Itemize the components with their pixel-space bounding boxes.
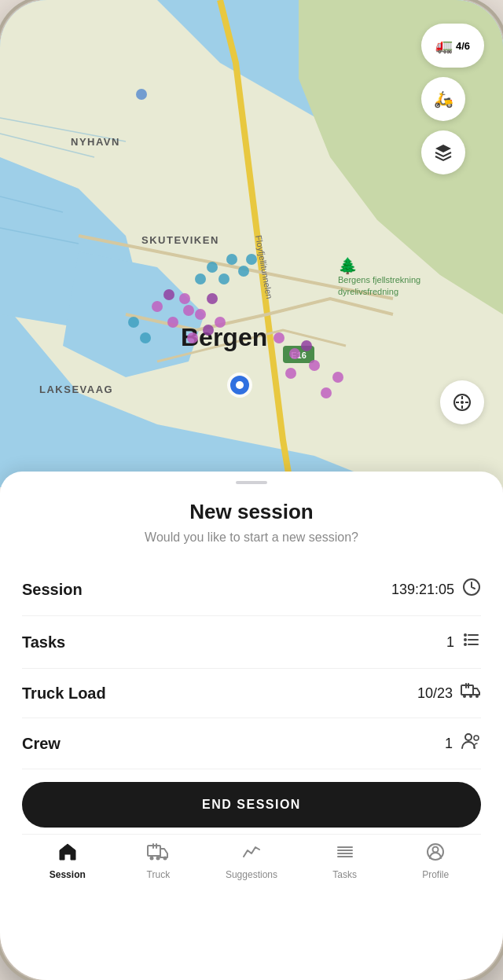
- nav-tasks[interactable]: Tasks: [321, 842, 369, 880]
- svg-point-64: [465, 734, 472, 740]
- svg-point-67: [150, 857, 154, 861]
- sheet-title: New session: [22, 500, 481, 524]
- map-section: NYHAVN SKUTEVIKEN LAKSEVAAG Bergen E16 B…: [0, 0, 503, 487]
- nav-profile-icon: [426, 842, 445, 866]
- svg-text:SKUTEVIKEN: SKUTEVIKEN: [141, 234, 219, 246]
- tasks-label: Tasks: [22, 633, 65, 651]
- svg-point-18: [183, 305, 194, 316]
- svg-point-56: [464, 638, 467, 641]
- svg-point-25: [207, 293, 218, 304]
- crew-value: 1: [445, 736, 453, 752]
- truck-count-label: 4/6: [456, 40, 470, 52]
- bottom-sheet: New session Would you like to start a ne…: [0, 472, 503, 980]
- nav-session[interactable]: Session: [44, 842, 91, 880]
- svg-point-27: [218, 273, 229, 284]
- svg-text:LAKSEVAAG: LAKSEVAAG: [39, 384, 113, 395]
- truck-icon: [461, 683, 481, 703]
- compass-icon: [453, 393, 472, 412]
- svg-text:dyrelivsfredning: dyrelivsfredning: [338, 287, 398, 296]
- svg-text:Bergens fjellstrekning: Bergens fjellstrekning: [338, 275, 420, 284]
- svg-point-28: [195, 273, 206, 284]
- home-icon: [57, 842, 78, 866]
- session-value: 139:21:05: [391, 582, 454, 598]
- truck-small-icon: 🚛: [435, 37, 453, 54]
- motorcycle-icon: 🛵: [434, 90, 453, 108]
- tasks-value: 1: [446, 634, 454, 651]
- svg-point-30: [238, 266, 249, 277]
- phone-frame: NYHAVN SKUTEVIKEN LAKSEVAAG Bergen E16 B…: [0, 0, 503, 980]
- svg-point-42: [332, 372, 343, 383]
- svg-point-23: [215, 317, 226, 328]
- svg-point-26: [207, 262, 218, 273]
- svg-point-21: [195, 309, 206, 320]
- nav-profile-label: Profile: [422, 869, 449, 880]
- svg-point-34: [236, 381, 244, 389]
- crew-row: Crew 1: [22, 718, 481, 769]
- svg-point-39: [309, 360, 320, 371]
- svg-point-46: [461, 401, 464, 404]
- svg-point-41: [140, 332, 151, 343]
- nav-tasks-label: Tasks: [332, 869, 357, 880]
- svg-point-24: [187, 332, 198, 343]
- nav-truck-label: Truck: [147, 869, 171, 880]
- svg-point-35: [274, 332, 285, 343]
- svg-rect-58: [461, 685, 473, 695]
- nav-suggestions-label: Suggestions: [226, 869, 277, 880]
- svg-point-20: [179, 293, 190, 304]
- truck-load-value: 10/23: [417, 685, 453, 702]
- svg-point-60: [469, 695, 472, 698]
- svg-point-40: [128, 317, 139, 328]
- truck-load-value-group: 10/23: [417, 683, 481, 703]
- bottom-nav: Session Truck: [22, 834, 481, 904]
- svg-point-77: [433, 847, 439, 853]
- svg-point-29: [226, 254, 237, 265]
- svg-point-59: [463, 695, 466, 698]
- tasks-row: Tasks 1: [22, 616, 481, 669]
- clock-icon: [462, 578, 481, 601]
- tasks-list-icon: [462, 630, 481, 654]
- map-controls: 🚛 4/6 🛵: [421, 24, 484, 174]
- svg-point-22: [203, 325, 214, 336]
- nav-truck[interactable]: Truck: [134, 842, 182, 880]
- nav-suggestions-icon: [241, 842, 262, 866]
- compass-button[interactable]: [440, 380, 484, 424]
- truck-count-button[interactable]: 🚛 4/6: [421, 24, 484, 68]
- svg-point-68: [156, 857, 160, 861]
- svg-point-65: [474, 736, 479, 740]
- nav-suggestions[interactable]: Suggestions: [226, 842, 277, 880]
- nav-profile[interactable]: Profile: [412, 842, 459, 880]
- svg-point-16: [152, 301, 163, 312]
- sheet-subtitle: Would you like to start a new session?: [22, 530, 481, 545]
- svg-text:NYHAVN: NYHAVN: [71, 136, 120, 148]
- svg-point-43: [321, 387, 332, 398]
- tasks-value-group: 1: [446, 630, 481, 654]
- svg-point-44: [136, 89, 147, 100]
- session-value-group: 139:21:05: [391, 578, 481, 601]
- layers-button[interactable]: [421, 130, 465, 174]
- crew-label: Crew: [22, 735, 61, 753]
- crew-value-group: 1: [445, 732, 481, 754]
- svg-point-37: [301, 340, 312, 351]
- svg-point-61: [475, 695, 479, 698]
- svg-point-17: [167, 317, 178, 328]
- svg-point-19: [163, 289, 174, 300]
- truck-load-row: Truck Load 10/23: [22, 669, 481, 718]
- truck-load-label: Truck Load: [22, 685, 106, 703]
- svg-point-31: [246, 254, 257, 265]
- motorcycle-button[interactable]: 🛵: [421, 77, 465, 121]
- session-label: Session: [22, 581, 83, 599]
- svg-point-55: [464, 633, 467, 637]
- nav-session-label: Session: [50, 869, 86, 880]
- svg-text:🌲: 🌲: [338, 256, 358, 275]
- svg-point-69: [163, 857, 167, 861]
- drag-handle: [236, 481, 267, 484]
- crew-icon: [461, 732, 481, 754]
- end-session-button[interactable]: END SESSION: [22, 782, 481, 828]
- svg-point-38: [285, 368, 296, 379]
- nav-tasks-icon: [336, 842, 354, 866]
- session-row: Session 139:21:05: [22, 563, 481, 616]
- svg-point-57: [464, 643, 467, 646]
- layers-icon: [434, 143, 453, 162]
- svg-point-36: [289, 348, 300, 359]
- nav-truck-icon: [147, 842, 169, 866]
